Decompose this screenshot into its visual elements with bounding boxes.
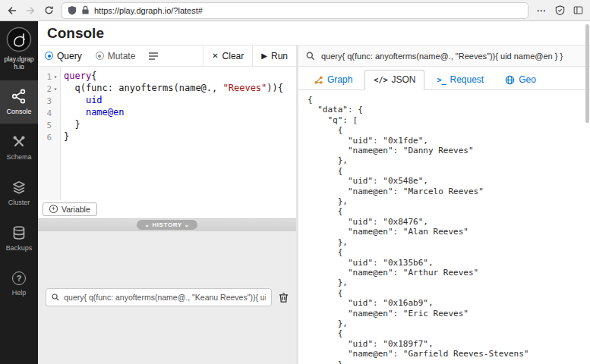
- graph-icon: [314, 75, 323, 85]
- cluster-layers-icon: [11, 180, 27, 195]
- search-icon: [52, 293, 59, 302]
- panels: Query Mutate ✕ Clear ▶ Run: [38, 45, 590, 364]
- page-title: Console: [38, 21, 590, 45]
- tab-mutate[interactable]: Mutate: [89, 46, 143, 66]
- tab-geo[interactable]: Geo: [496, 70, 545, 90]
- editor-code[interactable]: query{ q(func: anyofterms(name@., "Reeve…: [61, 67, 296, 200]
- query-editor[interactable]: 1▾2▾3456 query{ q(func: anyofterms(name@…: [38, 67, 296, 200]
- query-bullseye-icon: [45, 52, 53, 60]
- result-tabs: Graph </> JSON >_ Request Geo: [298, 67, 590, 90]
- toolbar-spacer: [165, 46, 203, 66]
- schema-tools-icon: [11, 134, 27, 149]
- sidebar-item-label: Schema: [6, 153, 31, 161]
- editor-options-button[interactable]: [142, 46, 165, 66]
- tab-graph[interactable]: Graph: [304, 70, 361, 90]
- terminal-icon: >_: [437, 76, 446, 84]
- backups-database-icon: [11, 225, 27, 240]
- sidebar-item-label: Cluster: [8, 199, 30, 206]
- tab-mutate-label: Mutate: [108, 51, 136, 61]
- page-actions-button[interactable]: ⋯: [533, 3, 550, 18]
- history-toggle[interactable]: ⌄ HISTORY ⌄: [137, 220, 197, 230]
- tab-request-label: Request: [450, 74, 484, 85]
- sidebar-item-help[interactable]: ? Help: [0, 262, 38, 306]
- app-sidebar: play.dgraph.io Console Schema Cluster Ba…: [0, 21, 38, 364]
- run-play-icon: ▶: [261, 52, 267, 60]
- shield-check-icon: [555, 5, 565, 15]
- query-toolbar: Query Mutate ✕ Clear ▶ Run: [38, 45, 296, 67]
- tab-graph-label: Graph: [327, 74, 352, 85]
- dgraph-logo-icon[interactable]: [6, 27, 32, 52]
- tab-query-label: Query: [57, 51, 82, 61]
- run-button[interactable]: ▶ Run: [252, 46, 296, 66]
- back-icon: [7, 5, 17, 16]
- result-query-bar[interactable]: query{ q(func: anyofterms(name@., "Reeve…: [298, 45, 590, 67]
- lock-icon[interactable]: [81, 5, 90, 15]
- code-icon: </>: [374, 76, 387, 84]
- tab-json-label: JSON: [391, 74, 415, 85]
- main-content: Console Query Mutate ✕ Clear: [38, 21, 590, 364]
- help-icon: ?: [12, 271, 26, 285]
- sidebar-item-label: Backups: [6, 244, 33, 252]
- forward-icon: [25, 5, 36, 16]
- forward-button[interactable]: [22, 3, 39, 18]
- history-header: ⌄ HISTORY ⌄: [38, 218, 296, 231]
- globe-icon: [505, 75, 515, 85]
- run-label: Run: [271, 51, 288, 61]
- url-bar[interactable]: https://play.dgraph.io/?latest#: [62, 3, 528, 18]
- tracking-shield-icon[interactable]: [68, 5, 77, 15]
- hamburger-icon: [148, 52, 159, 61]
- shield-check-button[interactable]: [551, 3, 568, 18]
- tab-json[interactable]: </> JSON: [364, 70, 424, 90]
- back-button[interactable]: [4, 3, 21, 18]
- json-output[interactable]: { "data": { "q": [ { "uid": "0x1fde", "n…: [298, 90, 590, 364]
- url-text: https://play.dgraph.io/?latest#: [94, 6, 522, 15]
- result-query-text: query{ q(func: anyofterms(name@., "Reeve…: [321, 52, 563, 61]
- delete-history-button[interactable]: [279, 292, 289, 303]
- query-panel: Query Mutate ✕ Clear ▶ Run: [38, 45, 298, 364]
- sidebar-toggle-icon: [573, 5, 583, 15]
- sidebar-toggle-button[interactable]: [569, 3, 586, 18]
- history-query-text: query{ q(func: anyofterms(name@., "Keanu…: [64, 293, 266, 302]
- editor-gutter: 1▾2▾3456: [38, 67, 61, 200]
- history-row: query{ q(func: anyofterms(name@., "Keanu…: [38, 231, 296, 364]
- sidebar-item-backups[interactable]: Backups: [0, 217, 38, 260]
- brand-text: play.dgraph.io: [2, 55, 36, 71]
- reload-icon: [44, 5, 54, 15]
- browser-chrome: https://play.dgraph.io/?latest# ⋯: [0, 0, 590, 21]
- mutate-bullseye-icon: [96, 52, 104, 60]
- page-scrollbar[interactable]: [585, 24, 589, 123]
- reload-button[interactable]: [40, 3, 57, 18]
- sidebar-item-cluster[interactable]: Cluster: [0, 171, 38, 215]
- result-panel: query{ q(func: anyofterms(name@., "Reeve…: [298, 45, 590, 364]
- variable-row: + Variable: [38, 200, 296, 218]
- variable-label: Variable: [62, 205, 90, 214]
- tab-geo-label: Geo: [519, 74, 536, 85]
- sidebar-item-console[interactable]: Console: [0, 80, 38, 124]
- tab-query[interactable]: Query: [38, 46, 89, 66]
- search-icon: [306, 52, 315, 61]
- trash-icon: [279, 292, 289, 303]
- tab-request[interactable]: >_ Request: [428, 70, 493, 90]
- plus-circle-icon: +: [49, 205, 58, 213]
- history-search-input[interactable]: query{ q(func: anyofterms(name@., "Keanu…: [46, 288, 272, 306]
- clear-label: Clear: [222, 51, 245, 61]
- clear-button[interactable]: ✕ Clear: [203, 46, 252, 66]
- clear-icon: ✕: [212, 52, 218, 60]
- sidebar-item-label: Console: [6, 108, 31, 115]
- sidebar-item-label: Help: [12, 289, 27, 297]
- add-variable-button[interactable]: + Variable: [43, 202, 97, 216]
- console-icon: [11, 89, 27, 104]
- sidebar-item-schema[interactable]: Schema: [0, 126, 38, 169]
